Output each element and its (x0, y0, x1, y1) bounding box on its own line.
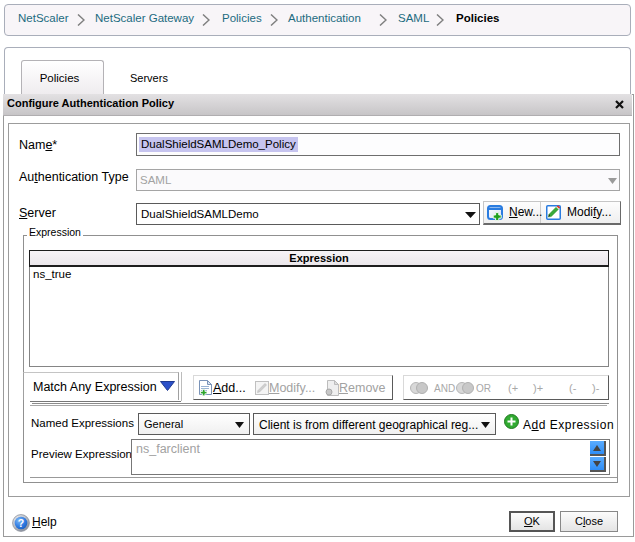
svg-text:?: ? (18, 517, 24, 529)
